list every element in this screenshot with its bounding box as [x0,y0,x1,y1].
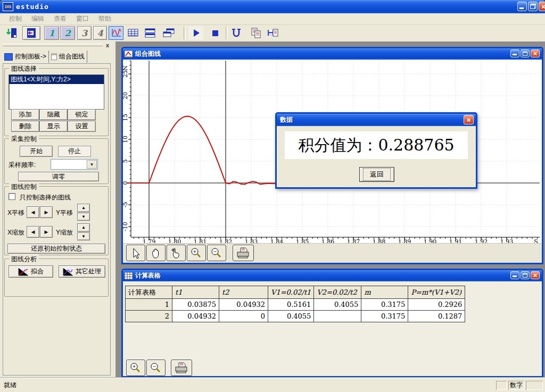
menu-item-0[interactable]: 控制 [4,14,27,23]
hide-line-button[interactable]: 隐藏 [39,109,68,120]
svg-text:15: 15 [123,114,129,121]
menu-item-4[interactable]: 帮助 [94,14,116,23]
u-tool-button[interactable] [229,26,244,40]
cascade-button[interactable] [160,26,178,40]
table-cell[interactable]: 2 [126,311,172,322]
table-print-button[interactable] [171,360,192,376]
zoom-out-button[interactable] [207,245,226,261]
close-icon: × [541,3,545,10]
tile-horizontal-button[interactable] [143,26,158,40]
export-button[interactable] [266,26,280,40]
zoom-in-icon [190,247,203,260]
y-pan-up-button[interactable]: ▲ [77,204,90,212]
return-button[interactable]: 返回 [359,167,394,182]
table-minimize-button[interactable] [510,271,519,279]
only-selected-checkbox[interactable] [9,193,15,200]
table-cell[interactable]: 1 [126,299,172,311]
table-zoom-out-button[interactable] [146,360,166,376]
dialog-close-button[interactable]: × [464,115,474,124]
close-button[interactable]: × [539,2,545,11]
fit-button[interactable]: 拟合 [9,265,53,278]
chart-close-button[interactable]: × [531,49,540,57]
stop-button[interactable]: 停止 [58,146,91,157]
graph-view-button[interactable] [109,26,123,40]
panel-close-button[interactable]: x [104,42,111,49]
zero-adjust-button[interactable]: 调零 [18,172,99,181]
menu-item-2[interactable]: 查看 [49,14,71,23]
table-zoom-in-button[interactable] [126,360,145,376]
tab-control-panel[interactable]: 控制面板-> [2,51,49,63]
print-button[interactable] [233,245,254,261]
pan-hand-button[interactable] [146,245,166,261]
chart-window-titlebar[interactable]: 组合图线 × [123,48,542,60]
table-cell[interactable]: 0.3175 [361,311,408,322]
table-cell[interactable]: 0.5161 [268,299,314,311]
select-cursor-button[interactable] [126,245,145,261]
y-zoom-up-button[interactable]: ▲ [77,223,90,232]
channel-1-button[interactable]: 1 [44,26,59,40]
svg-text:25: 25 [123,70,129,78]
table-cell[interactable]: 0.3175 [361,299,408,311]
enter-button[interactable] [3,26,20,40]
table-maximize-icon [523,273,527,278]
table-cell[interactable]: 0.1287 [408,311,465,322]
table-cell[interactable]: 0.4055 [268,311,314,322]
restore-control-button[interactable]: 还原初始控制状态 [7,244,105,254]
chart-minimize-button[interactable] [510,49,519,57]
status-ready-text: 就绪 [0,381,16,390]
show-line-button[interactable]: 显示 [39,121,68,132]
table-cell[interactable] [314,311,361,322]
sample-rate-combobox[interactable]: ▼ [51,159,98,170]
y-pan-down-button[interactable]: ▼ [77,213,90,221]
x-zoom-in-button[interactable]: ▶ [40,226,53,238]
start-button[interactable]: 开始 [20,146,53,157]
start-run-button[interactable] [188,26,203,40]
line-control-legend: 图线控制 [9,182,39,191]
panel-gripper[interactable] [3,44,103,46]
pick-point-button[interactable] [167,245,186,261]
table-window-titlebar[interactable]: 计算表格 × [123,270,542,281]
menu-item-3[interactable]: 窗口 [71,14,94,23]
channel-2-button[interactable]: 2 [60,26,75,40]
titlebar[interactable]: DIS estudio × [0,0,545,13]
delete-line-button[interactable]: 删除 [11,121,39,132]
dropdown-arrow-icon[interactable]: ▼ [87,160,97,169]
line-listbox[interactable]: 图线1<X:时间,Y:力2> [9,74,104,110]
add-line-button[interactable]: 添加 [11,109,39,120]
lock-line-button[interactable]: 锁定 [68,109,96,120]
zoom-in-button[interactable] [187,245,206,261]
x-pan-left-button[interactable]: ◀ [27,206,39,218]
set-line-button[interactable]: 设置 [68,121,96,132]
svg-text:N: N [123,65,129,71]
line-list-item[interactable]: 图线1<X:时间,Y:力2> [9,75,104,84]
x-zoom-out-button[interactable]: ◀ [27,226,39,238]
table-cell[interactable]: 0.2926 [408,299,465,311]
stop-run-button[interactable] [208,26,222,40]
exit-button[interactable] [22,26,40,40]
table-view-button[interactable] [126,26,141,40]
menu-item-1[interactable]: 编辑 [27,14,49,23]
x-pan-right-button[interactable]: ▶ [40,206,53,218]
fit-icon [18,268,29,276]
table-close-button[interactable]: × [531,271,540,279]
dialog-titlebar[interactable]: 数据 × [277,114,476,126]
table-cell[interactable]: 0.03875 [172,299,219,311]
table-cell[interactable]: 0.4055 [314,299,361,311]
table-cell[interactable]: 0.04932 [172,311,219,322]
copy-button[interactable] [249,26,263,40]
y-zoom-down-button[interactable]: ▼ [77,232,90,241]
graph-tab-icon [51,53,57,60]
table-maximize-button[interactable] [521,271,530,279]
channel-4-button[interactable]: 4 [93,26,107,40]
table-cell[interactable]: 0.04932 [219,299,268,311]
save-copy-icon [267,28,279,38]
restore-button[interactable] [528,2,538,11]
tab-combined-graph[interactable]: 组合图线 [49,51,87,63]
app-icon: DIS [3,2,13,11]
table-cell[interactable]: 0 [219,311,268,322]
channel-3-button[interactable]: 3 [77,26,92,40]
other-process-button[interactable]: 其它处理 [59,265,105,278]
calc-table[interactable]: 计算表格t1t2V1=0.02/t1V2=0.02/t2mP=m*(V1+V2)… [125,286,465,322]
minimize-button[interactable] [517,2,527,11]
chart-maximize-button[interactable] [521,49,530,57]
